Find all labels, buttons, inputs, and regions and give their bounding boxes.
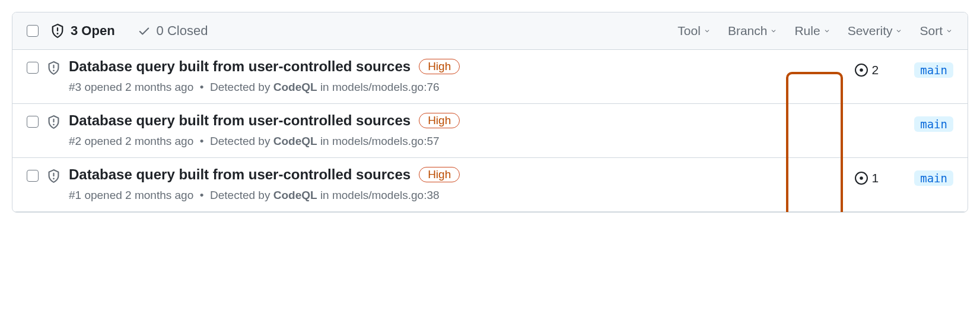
open-filter-tab[interactable]: 3 Open — [50, 23, 115, 39]
row-main: Database query built from user-controlle… — [69, 112, 832, 148]
row-right: 1 main — [841, 169, 953, 188]
shield-alert-icon — [47, 115, 61, 129]
row-checkbox[interactable] — [27, 170, 39, 182]
issue-open-icon — [855, 172, 868, 185]
severity-badge: High — [419, 113, 460, 128]
svg-point-1 — [860, 176, 864, 180]
filter-branch-button[interactable]: Branch — [728, 24, 778, 38]
alert-location: in models/models.go:76 — [320, 81, 440, 93]
filter-rule-button[interactable]: Rule — [794, 24, 831, 38]
alert-row: Database query built from user-controlle… — [12, 158, 968, 212]
related-issues — [841, 115, 893, 134]
issue-open-icon — [855, 64, 868, 77]
alert-location: in models/models.go:38 — [320, 189, 440, 201]
header-right: Tool Branch Rule Severity Sort — [677, 24, 953, 38]
row-title-line: Database query built from user-controlle… — [69, 112, 832, 129]
alert-detected-prefix: Detected by — [210, 189, 270, 201]
filter-rule-label: Rule — [794, 24, 820, 38]
row-right: 2 main — [841, 61, 953, 80]
filter-severity-button[interactable]: Severity — [848, 24, 903, 38]
alert-title-link[interactable]: Database query built from user-controlle… — [69, 112, 411, 129]
alert-detected-prefix: Detected by — [210, 135, 270, 147]
related-issues[interactable]: 2 — [841, 61, 893, 80]
row-right: main — [841, 115, 953, 134]
related-count: 1 — [871, 171, 879, 185]
caret-down-icon — [769, 27, 778, 35]
alert-meta: #2 opened 2 months ago • Detected by Cod… — [69, 135, 832, 148]
caret-down-icon — [945, 27, 953, 35]
alert-opened: opened 2 months ago — [84, 189, 193, 201]
alert-id: #3 — [69, 81, 81, 93]
row-title-line: Database query built from user-controlle… — [69, 166, 832, 183]
filter-sort-label: Sort — [919, 24, 943, 38]
row-main: Database query built from user-controlle… — [69, 166, 832, 202]
alert-title-link[interactable]: Database query built from user-controlle… — [69, 58, 411, 75]
check-icon — [138, 24, 151, 37]
filter-branch-label: Branch — [728, 24, 768, 38]
severity-badge: High — [419, 59, 460, 74]
open-count-label: 3 Open — [71, 23, 115, 39]
filter-tool-button[interactable]: Tool — [677, 24, 711, 38]
shield-alert-icon — [47, 169, 61, 183]
filter-severity-label: Severity — [848, 24, 893, 38]
filter-tool-label: Tool — [677, 24, 701, 38]
alert-id: #1 — [69, 189, 81, 201]
alert-title-link[interactable]: Database query built from user-controlle… — [69, 166, 411, 183]
alert-row: Database query built from user-controlle… — [12, 104, 968, 158]
branch-label[interactable]: main — [914, 116, 953, 132]
row-checkbox[interactable] — [27, 62, 39, 74]
closed-count-label: 0 Closed — [157, 23, 208, 39]
header-left: 3 Open 0 Closed — [27, 23, 208, 39]
alert-tool: CodeQL — [273, 189, 317, 201]
shield-alert-icon — [47, 61, 61, 75]
row-main: Database query built from user-controlle… — [69, 58, 832, 94]
alert-meta: #3 opened 2 months ago • Detected by Cod… — [69, 81, 832, 94]
related-issues[interactable]: 1 — [841, 169, 893, 188]
related-count: 2 — [871, 63, 879, 77]
shield-alert-icon — [50, 24, 65, 38]
alert-location: in models/models.go:57 — [320, 135, 440, 147]
alert-opened: opened 2 months ago — [84, 81, 193, 93]
closed-filter-tab[interactable]: 0 Closed — [138, 23, 208, 39]
alert-id: #2 — [69, 135, 81, 147]
alert-detected-prefix: Detected by — [210, 81, 270, 93]
select-all-checkbox[interactable] — [27, 25, 39, 37]
severity-badge: High — [419, 167, 460, 182]
alerts-header: 3 Open 0 Closed Tool Branch Rule — [12, 12, 968, 50]
row-title-line: Database query built from user-controlle… — [69, 58, 832, 75]
alert-row: Database query built from user-controlle… — [12, 50, 968, 104]
row-checkbox[interactable] — [27, 116, 39, 128]
alert-opened: opened 2 months ago — [84, 135, 193, 147]
alert-meta: #1 opened 2 months ago • Detected by Cod… — [69, 189, 832, 202]
filter-sort-button[interactable]: Sort — [919, 24, 953, 38]
alerts-panel: 3 Open 0 Closed Tool Branch Rule — [12, 12, 968, 213]
caret-down-icon — [895, 27, 903, 35]
caret-down-icon — [823, 27, 831, 35]
svg-point-0 — [860, 68, 864, 72]
alert-tool: CodeQL — [273, 81, 317, 93]
branch-label[interactable]: main — [914, 62, 953, 78]
alert-tool: CodeQL — [273, 135, 317, 147]
caret-down-icon — [703, 27, 711, 35]
branch-label[interactable]: main — [914, 170, 953, 186]
